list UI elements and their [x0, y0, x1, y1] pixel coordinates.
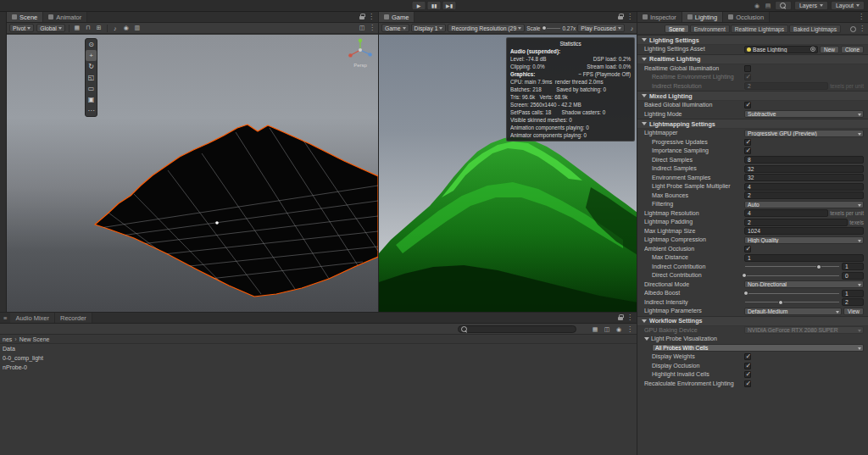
indirect-contribution-slider[interactable] — [744, 263, 840, 270]
display-weights-checkbox[interactable] — [744, 353, 751, 360]
target-icon[interactable]: ◉ — [615, 325, 623, 334]
scene-effects-icon[interactable]: ▥ — [133, 24, 142, 32]
tab-game[interactable]: Game — [379, 12, 415, 22]
highlight-invalid-cells-checkbox[interactable] — [744, 371, 751, 378]
lighting-mode-dropdown[interactable]: Subtractive — [744, 110, 864, 118]
gear-icon[interactable] — [850, 26, 856, 32]
lightmap-resolution-input[interactable]: 4 — [744, 209, 828, 217]
realtime-gi-checkbox[interactable] — [744, 65, 751, 72]
section-realtime-lighting[interactable]: Realtime Lighting — [637, 54, 868, 64]
slider-knob[interactable] — [743, 291, 748, 296]
object-picker-icon[interactable] — [810, 47, 815, 52]
list-item[interactable]: Data — [0, 344, 637, 353]
lightmap-compression-dropdown[interactable]: High Quality — [744, 236, 864, 244]
slider-knob[interactable] — [816, 264, 821, 269]
search-input[interactable] — [458, 325, 576, 333]
grid-view-icon[interactable]: ▦ — [591, 325, 599, 334]
importance-sampling-checkbox[interactable] — [744, 147, 751, 154]
breadcrumb-parent[interactable]: nes — [3, 336, 12, 342]
breadcrumb-current[interactable]: New Scene — [19, 336, 50, 342]
more-tools-button[interactable]: ⋯ — [86, 105, 97, 116]
gpu-baking-device-dropdown[interactable]: NVIDIA GeForce RTX 2080 SUPER — [744, 326, 864, 334]
kebab-menu-icon[interactable]: ⋮ — [858, 14, 865, 20]
game-view-dropdown[interactable]: Game — [381, 24, 409, 32]
scene-viewport[interactable]: ⊙ + ↻ ◱ ▭ ▣ ⋯ Persp — [7, 35, 378, 312]
scene-audio-icon[interactable]: ♪ — [111, 24, 120, 32]
scale-tool-button[interactable]: ◱ — [86, 72, 97, 83]
section-mixed-lighting[interactable]: Mixed Lighting — [637, 91, 868, 101]
account-icon[interactable]: ◉ — [753, 3, 761, 9]
albedo-boost-slider[interactable] — [744, 290, 840, 297]
resolution-dropdown[interactable]: Recording Resolution (29 — [448, 24, 525, 32]
indirect-intensity-slider[interactable] — [744, 298, 840, 306]
kebab-menu-icon[interactable]: ⋮ — [368, 14, 375, 20]
pivot-mode-dropdown[interactable]: Pivot — [9, 24, 34, 32]
kebab-menu-icon[interactable]: ⋮ — [859, 25, 865, 32]
progressive-updates-checkbox[interactable] — [744, 139, 751, 146]
view-button[interactable]: View — [843, 308, 864, 315]
slider-knob[interactable] — [778, 300, 783, 305]
subtab-scene[interactable]: Scene — [665, 25, 689, 33]
display-dropdown[interactable]: Display 1 — [411, 24, 447, 32]
dock-handle[interactable]: ≡ — [0, 313, 10, 323]
tab-inspector[interactable]: Inspector — [637, 12, 682, 22]
transform-tool-button[interactable]: ▣ — [86, 94, 97, 105]
layout-dropdown[interactable]: Layout — [831, 1, 865, 10]
display-occlusion-checkbox[interactable] — [744, 363, 751, 369]
kebab-menu-icon[interactable]: ⋮ — [626, 326, 633, 333]
grid-snapping-icon[interactable]: ⊞ — [95, 24, 103, 32]
perspective-label[interactable]: Persp — [353, 63, 367, 68]
kebab-menu-icon[interactable]: ⋮ — [626, 14, 633, 20]
direct-samples-input[interactable]: 8 — [744, 156, 864, 164]
terrain-mesh[interactable] — [7, 35, 378, 312]
kebab-menu-icon[interactable]: ⋮ — [626, 314, 633, 321]
slider-knob[interactable] — [742, 273, 747, 278]
rotate-tool-button[interactable]: ↻ — [86, 61, 97, 72]
baked-gi-checkbox[interactable] — [744, 102, 751, 108]
kebab-menu-icon[interactable]: ⋮ — [369, 25, 376, 31]
ambient-occlusion-checkbox[interactable] — [744, 246, 751, 252]
view-tool-button[interactable]: ⊙ — [86, 39, 97, 50]
new-button[interactable]: New — [820, 46, 839, 53]
max-lightmap-size-input[interactable]: 1024 — [744, 227, 864, 235]
layers-dropdown[interactable]: Layers — [794, 1, 828, 10]
albedo-boost-value[interactable]: 1 — [842, 290, 864, 297]
environment-samples-input[interactable]: 32 — [744, 174, 864, 181]
subtab-environment[interactable]: Environment — [690, 25, 730, 33]
recalculate-environment-lighting-checkbox[interactable] — [744, 380, 751, 387]
lock-icon[interactable] — [618, 16, 623, 20]
indirect-samples-input[interactable]: 32 — [744, 165, 864, 173]
snap-icon[interactable]: ⊓ — [84, 24, 92, 32]
tab-occlusion[interactable]: Occlusion — [723, 12, 770, 22]
subtab-realtime-lightmaps[interactable]: Realtime Lightmaps — [731, 25, 788, 33]
direct-contribution-value[interactable]: 0 — [842, 272, 864, 280]
subtab-baked-lightmaps[interactable]: Baked Lightmaps — [789, 25, 841, 33]
tab-animator[interactable]: Animator — [43, 12, 87, 22]
indirect-intensity-value[interactable]: 2 — [842, 298, 864, 306]
list-item[interactable]: nProbe-0 — [0, 363, 637, 372]
lighting-asset-object-field[interactable]: Base Lighting — [744, 46, 818, 53]
tab-scene[interactable]: Scene — [7, 12, 43, 22]
lightmap-parameters-dropdown[interactable]: Default-Medium — [744, 308, 842, 315]
cloud-services-icon[interactable]: ▤ — [764, 3, 772, 9]
grid-visibility-icon[interactable]: ▦ — [73, 24, 81, 32]
directional-mode-dropdown[interactable]: Non-Directional — [744, 280, 864, 288]
scene-orientation-gizmo[interactable]: Persp — [346, 38, 375, 72]
probe-display-mode-dropdown[interactable]: All Probes With Cells — [652, 344, 864, 352]
row-light-probe-visualization[interactable]: Light Probe Visualization — [637, 335, 868, 344]
move-tool-button[interactable]: + — [86, 50, 97, 61]
list-view-icon[interactable]: ◫ — [603, 325, 611, 334]
tab-lighting[interactable]: Lighting — [682, 12, 723, 22]
clone-button[interactable]: Clone — [841, 46, 864, 53]
scene-views-icon[interactable]: ◫ — [358, 24, 366, 32]
game-viewport[interactable]: Statistics Audio (suspended): Level: -74… — [379, 35, 637, 312]
indirect-contribution-value[interactable]: 1 — [842, 263, 864, 270]
lock-icon[interactable] — [359, 16, 364, 20]
play-button[interactable]: ▶ — [412, 1, 426, 10]
search-button[interactable] — [775, 1, 792, 10]
tab-recorder[interactable]: Recorder — [55, 313, 92, 323]
scene-camera-icon[interactable]: ◉ — [122, 24, 131, 32]
scale-slider-knob[interactable] — [542, 25, 547, 31]
lightmap-padding-input[interactable]: 2 — [744, 219, 848, 226]
mute-audio-icon[interactable]: ♪ — [628, 24, 637, 32]
